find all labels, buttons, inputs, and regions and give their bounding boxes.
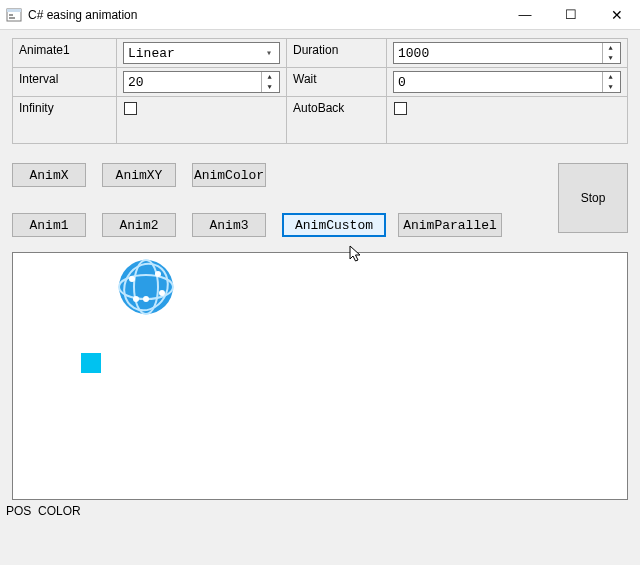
animation-canvas	[12, 252, 628, 500]
duration-spinner[interactable]: 1000 ▲▼	[393, 42, 621, 64]
anim3-button[interactable]: Anim3	[192, 213, 266, 237]
infinity-checkbox[interactable]	[124, 102, 137, 115]
infinity-label: Infinity	[13, 97, 117, 143]
settings-panel: Animate1 Linear ▾ Duration 1000 ▲▼ Inter…	[12, 38, 628, 144]
status-bar: POS COLOR	[6, 504, 640, 518]
duration-label: Duration	[287, 39, 387, 67]
svg-point-11	[159, 290, 165, 296]
svg-point-9	[155, 271, 161, 277]
wait-label: Wait	[287, 68, 387, 96]
wait-spinner[interactable]: 0 ▲▼	[393, 71, 621, 93]
svg-rect-2	[9, 14, 13, 16]
minimize-button[interactable]: —	[502, 0, 548, 30]
animcolor-button[interactable]: AnimColor	[192, 163, 266, 187]
svg-point-10	[143, 296, 149, 302]
titlebar: C# easing animation — ☐ ✕	[0, 0, 640, 30]
animxy-button[interactable]: AnimXY	[102, 163, 176, 187]
square-sprite	[81, 353, 101, 373]
app-icon	[6, 7, 22, 23]
interval-spinner[interactable]: 20 ▲▼	[123, 71, 280, 93]
animate1-value: Linear	[128, 46, 261, 61]
svg-point-12	[133, 296, 139, 302]
globe-sprite	[118, 259, 174, 315]
wait-value: 0	[398, 75, 602, 90]
stop-button[interactable]: Stop	[558, 163, 628, 233]
svg-point-4	[119, 260, 173, 314]
anim1-button[interactable]: Anim1	[12, 213, 86, 237]
anim2-button[interactable]: Anim2	[102, 213, 176, 237]
animate1-label: Animate1	[13, 39, 117, 67]
duration-value: 1000	[398, 46, 602, 61]
status-pos: POS	[6, 504, 31, 518]
status-color: COLOR	[38, 504, 81, 518]
svg-point-8	[129, 276, 135, 282]
chevron-down-icon: ▾	[261, 47, 277, 59]
svg-rect-1	[7, 9, 21, 12]
spinner-buttons[interactable]: ▲▼	[261, 72, 277, 92]
window-title: C# easing animation	[28, 8, 137, 22]
animparallel-button[interactable]: AnimParallel	[398, 213, 502, 237]
button-area: AnimX AnimXY AnimColor Anim1 Anim2 Anim3…	[12, 158, 628, 238]
close-button[interactable]: ✕	[594, 0, 640, 30]
animx-button[interactable]: AnimX	[12, 163, 86, 187]
maximize-button[interactable]: ☐	[548, 0, 594, 30]
spinner-buttons[interactable]: ▲▼	[602, 43, 618, 63]
spinner-buttons[interactable]: ▲▼	[602, 72, 618, 92]
autoback-label: AutoBack	[287, 97, 387, 143]
interval-value: 20	[128, 75, 261, 90]
autoback-checkbox[interactable]	[394, 102, 407, 115]
svg-rect-3	[9, 17, 15, 19]
animate1-combobox[interactable]: Linear ▾	[123, 42, 280, 64]
interval-label: Interval	[13, 68, 117, 96]
animcustom-button[interactable]: AnimCustom	[282, 213, 386, 237]
